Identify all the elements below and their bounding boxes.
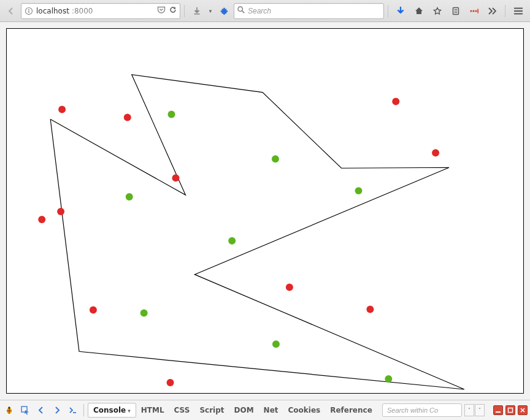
svg-point-4 — [238, 7, 242, 11]
svg-rect-3 — [194, 13, 200, 15]
devtools-search-stepper: ˄ ˅ — [464, 404, 485, 416]
svg-rect-15 — [514, 10, 523, 12]
data-point-outside — [366, 305, 374, 313]
firebug-toolbar: Console▾HTMLCSSScriptDOMNetCookiesRefere… — [0, 400, 530, 420]
data-point-outside — [57, 208, 64, 215]
devtools-tabs: Console▾HTMLCSSScriptDOMNetCookiesRefere… — [88, 403, 377, 418]
url-bar[interactable]: localhost:8000 — [21, 3, 180, 19]
search-icon — [237, 6, 245, 16]
toolbar-separator — [184, 5, 185, 17]
downloads-button[interactable] — [188, 2, 205, 20]
bookmarks-star-icon[interactable] — [429, 2, 446, 20]
data-point-inside — [228, 237, 236, 245]
toolbar-separator — [388, 5, 388, 17]
data-point-inside — [355, 187, 363, 194]
reload-button[interactable] — [169, 6, 177, 16]
data-point-outside — [167, 379, 174, 386]
data-point-outside — [38, 216, 45, 223]
data-point-inside — [126, 193, 133, 200]
polygon-path — [50, 75, 464, 389]
downthemall-icon[interactable] — [392, 2, 409, 20]
devtools-tab-css[interactable]: CSS — [169, 403, 195, 417]
svg-point-1 — [28, 9, 29, 10]
devtools-search-input[interactable] — [387, 407, 472, 414]
devtools-close-button[interactable] — [518, 405, 528, 415]
devtools-search-prev[interactable]: ˄ — [464, 404, 474, 416]
search-bar[interactable] — [234, 3, 384, 19]
data-point-inside — [272, 155, 279, 162]
devtools-search[interactable] — [382, 403, 462, 417]
svg-rect-2 — [28, 10, 29, 13]
devtools-forward-button[interactable] — [50, 403, 64, 417]
url-host: localhost — [36, 7, 69, 15]
data-point-inside — [168, 111, 175, 118]
reading-list-icon[interactable] — [447, 2, 464, 20]
search-input[interactable] — [248, 7, 381, 15]
devtools-separator — [83, 404, 84, 416]
home-button[interactable] — [410, 2, 428, 20]
identity-info-icon[interactable] — [24, 6, 34, 16]
back-button[interactable] — [2, 2, 20, 20]
overflow-chevron-icon[interactable] — [484, 2, 501, 20]
page-viewport — [0, 22, 530, 400]
data-point-outside — [58, 106, 66, 113]
polygon-scatter-plot — [7, 29, 523, 393]
data-point-inside — [140, 309, 148, 316]
browser-toolbar: localhost:8000 ▾ — [0, 0, 530, 22]
devtools-tab-reference[interactable]: Reference — [325, 403, 377, 417]
data-point-inside — [272, 340, 280, 348]
hamburger-menu-button[interactable] — [509, 2, 528, 20]
devtools-tab-cookies[interactable]: Cookies — [283, 403, 326, 417]
svg-rect-24 — [509, 408, 513, 413]
data-point-outside — [432, 149, 439, 156]
svg-line-5 — [242, 11, 245, 13]
toolbar-separator — [505, 5, 505, 17]
firebug-icon[interactable] — [2, 403, 16, 417]
data-point-inside — [385, 375, 392, 383]
canvas-frame — [6, 28, 524, 394]
pocket-icon[interactable] — [156, 5, 166, 17]
svg-point-11 — [472, 10, 474, 12]
devtools-tab-net[interactable]: Net — [259, 403, 283, 417]
addon-puzzle-icon[interactable] — [215, 2, 232, 20]
data-point-outside — [286, 284, 293, 291]
inspect-element-icon[interactable] — [18, 403, 32, 417]
devtools-popout-button[interactable] — [505, 405, 515, 415]
data-point-outside — [90, 306, 97, 313]
devtools-tab-html[interactable]: HTML — [136, 403, 169, 417]
svg-rect-14 — [514, 7, 523, 9]
svg-point-10 — [470, 10, 472, 12]
data-point-outside — [392, 98, 399, 105]
downloads-caret[interactable]: ▾ — [207, 8, 214, 14]
svg-rect-16 — [514, 13, 523, 14]
data-point-outside — [172, 174, 180, 181]
svg-rect-23 — [496, 411, 501, 413]
svg-point-12 — [475, 10, 477, 12]
devtools-back-button[interactable] — [34, 403, 48, 417]
devtools-tab-dom[interactable]: DOM — [229, 403, 259, 417]
lastpass-icon[interactable] — [466, 2, 483, 20]
devtools-minimize-button[interactable] — [493, 405, 503, 415]
devtools-console-prompt-icon[interactable] — [66, 403, 80, 417]
svg-point-18 — [8, 407, 10, 409]
devtools-tab-script[interactable]: Script — [194, 403, 229, 417]
devtools-search-next[interactable]: ˅ — [475, 404, 485, 416]
chevron-down-icon: ▾ — [128, 408, 131, 414]
url-port: :8000 — [72, 7, 93, 15]
svg-rect-13 — [477, 9, 478, 13]
data-point-outside — [124, 114, 131, 121]
devtools-tab-console[interactable]: Console▾ — [88, 403, 136, 418]
